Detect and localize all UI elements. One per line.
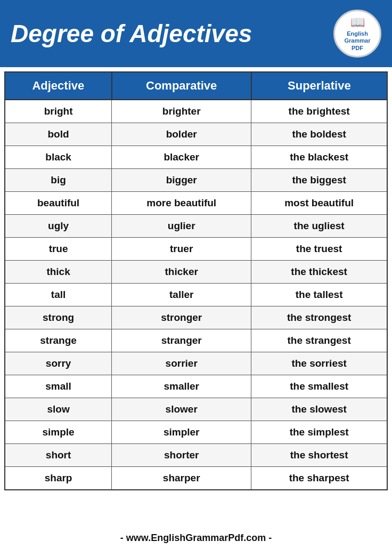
cell-4-1: more beautiful <box>112 192 251 215</box>
cell-1-2: the boldest <box>251 123 387 146</box>
cell-9-2: the strongest <box>251 306 387 329</box>
table-row: talltallerthe tallest <box>5 284 387 306</box>
table-row: strongstrongerthe strongest <box>5 306 387 329</box>
col-superlative: Superlative <box>251 72 387 100</box>
table-header-row: Adjective Comparative Superlative <box>5 72 387 100</box>
cell-10-1: stranger <box>112 329 251 352</box>
cell-16-1: sharper <box>112 467 251 490</box>
cell-10-0: strange <box>5 329 112 352</box>
table-row: slowslowerthe slowest <box>5 398 387 421</box>
table-row: truetruerthe truest <box>5 238 387 261</box>
cell-14-2: the simplest <box>251 421 387 444</box>
cell-13-0: slow <box>5 398 112 421</box>
cell-8-1: taller <box>112 284 251 306</box>
cell-1-1: bolder <box>112 123 251 146</box>
table-row: thickthickerthe thickest <box>5 261 387 284</box>
cell-0-0: bright <box>5 100 112 123</box>
cell-7-0: thick <box>5 261 112 284</box>
table-row: beautifulmore beautifulmost beautiful <box>5 192 387 215</box>
cell-2-2: the blackest <box>251 146 387 169</box>
cell-2-0: black <box>5 146 112 169</box>
table-row: simplesimplerthe simplest <box>5 421 387 444</box>
table-row: bigbiggerthe biggest <box>5 169 387 192</box>
cell-3-1: bigger <box>112 169 251 192</box>
cell-16-0: sharp <box>5 467 112 490</box>
footer: - www.EnglishGrammarPdf.com - <box>0 527 392 549</box>
cell-0-2: the brightest <box>251 100 387 123</box>
table-row: brightbrighterthe brightest <box>5 100 387 123</box>
cell-8-2: the tallest <box>251 284 387 306</box>
cell-9-1: stronger <box>112 306 251 329</box>
cell-11-2: the sorriest <box>251 352 387 375</box>
cell-15-1: shorter <box>112 444 251 467</box>
cell-5-1: uglier <box>112 215 251 238</box>
cell-4-2: most beautiful <box>251 192 387 215</box>
cell-12-0: small <box>5 375 112 398</box>
cell-0-1: brighter <box>112 100 251 123</box>
table-row: sorrysorrierthe sorriest <box>5 352 387 375</box>
table-row: sharpsharperthe sharpest <box>5 467 387 490</box>
cell-15-2: the shortest <box>251 444 387 467</box>
cell-1-0: bold <box>5 123 112 146</box>
cell-8-0: tall <box>5 284 112 306</box>
table-row: uglyuglierthe ugliest <box>5 215 387 238</box>
cell-11-1: sorrier <box>112 352 251 375</box>
page-title: Degree of Adjectives <box>11 20 252 47</box>
cell-12-1: smaller <box>112 375 251 398</box>
table-row: boldbolderthe boldest <box>5 123 387 146</box>
table-container: Adjective Comparative Superlative bright… <box>0 67 392 527</box>
cell-4-0: beautiful <box>5 192 112 215</box>
cell-6-2: the truest <box>251 238 387 261</box>
table-row: blackblackerthe blackest <box>5 146 387 169</box>
cell-7-1: thicker <box>112 261 251 284</box>
col-comparative: Comparative <box>112 72 251 100</box>
cell-3-0: big <box>5 169 112 192</box>
cell-14-1: simpler <box>112 421 251 444</box>
header: Degree of Adjectives 📖 EnglishGrammarPDF <box>0 0 392 67</box>
cell-15-0: short <box>5 444 112 467</box>
cell-6-1: truer <box>112 238 251 261</box>
cell-3-2: the biggest <box>251 169 387 192</box>
cell-6-0: true <box>5 238 112 261</box>
col-adjective: Adjective <box>5 72 112 100</box>
cell-9-0: strong <box>5 306 112 329</box>
cell-10-2: the strangest <box>251 329 387 352</box>
badge-icon: 📖 <box>350 15 365 29</box>
cell-5-0: ugly <box>5 215 112 238</box>
adjectives-table: Adjective Comparative Superlative bright… <box>4 71 388 490</box>
table-row: smallsmallerthe smallest <box>5 375 387 398</box>
brand-badge: 📖 EnglishGrammarPDF <box>333 10 381 58</box>
cell-5-2: the ugliest <box>251 215 387 238</box>
cell-7-2: the thickest <box>251 261 387 284</box>
cell-12-2: the smallest <box>251 375 387 398</box>
table-row: strangestrangerthe strangest <box>5 329 387 352</box>
cell-14-0: simple <box>5 421 112 444</box>
cell-11-0: sorry <box>5 352 112 375</box>
cell-13-1: slower <box>112 398 251 421</box>
cell-2-1: blacker <box>112 146 251 169</box>
table-row: shortshorterthe shortest <box>5 444 387 467</box>
footer-text: - www.EnglishGrammarPdf.com - <box>120 532 272 543</box>
cell-13-2: the slowest <box>251 398 387 421</box>
badge-text: EnglishGrammarPDF <box>345 30 371 52</box>
cell-16-2: the sharpest <box>251 467 387 490</box>
